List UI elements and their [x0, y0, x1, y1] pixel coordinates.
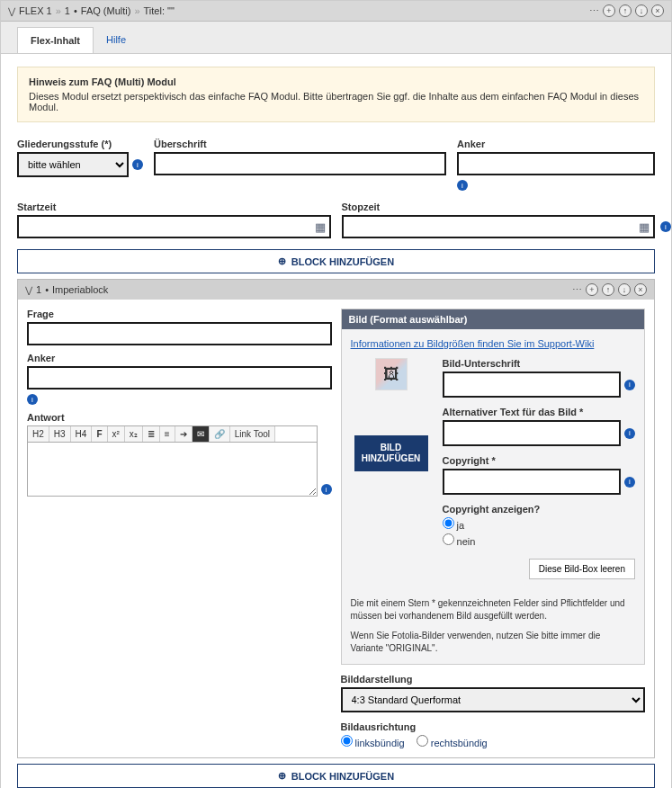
bild-alt-label: Alternativer Text für das Bild *: [443, 407, 636, 417]
ueberschrift-input[interactable]: [154, 152, 446, 175]
info-icon[interactable]: i: [27, 394, 38, 405]
bild-thumbnail: 🖼: [375, 358, 408, 390]
plus-icon: ⊕: [278, 770, 286, 782]
ueberschrift-label: Überschrift: [154, 139, 446, 149]
linktool-button[interactable]: Link Tool: [230, 426, 275, 442]
move-up-icon[interactable]: ↑: [602, 283, 614, 296]
notice-text: Dieses Modul ersetzt perspektivisch das …: [29, 91, 643, 112]
info-icon[interactable]: i: [624, 428, 635, 439]
qa-anker-input[interactable]: [27, 366, 332, 390]
subscript-button[interactable]: x₂: [125, 426, 143, 442]
h4-button[interactable]: H4: [71, 426, 93, 442]
info-icon[interactable]: i: [660, 221, 671, 232]
block-add-button-top[interactable]: ⊕ BLOCK HINZUFÜGEN: [17, 249, 655, 273]
bild-alt-input[interactable]: [443, 420, 622, 446]
ol-button[interactable]: ≡: [160, 426, 175, 442]
separator: »: [56, 5, 61, 16]
copyright-show-label: Copyright anzeigen?: [443, 504, 636, 515]
info-icon[interactable]: i: [321, 484, 332, 495]
imperiablock-panel: ⋁ 1 • Imperiablock ⋯ + ↑ ↓ × Frage: [17, 279, 655, 758]
move-up-icon[interactable]: ↑: [619, 4, 632, 17]
bullet: •: [45, 284, 49, 295]
header-flex: FLEX 1: [19, 5, 52, 16]
header-title: Titel: "": [144, 5, 175, 16]
bullet: •: [74, 5, 77, 16]
stopzeit-label: Stopzeit: [342, 201, 656, 212]
tab-hilfe[interactable]: Hilfe: [94, 27, 139, 53]
bild-header: Bild (Format auswählbar): [342, 309, 645, 329]
sub-index: 1: [36, 284, 41, 295]
panel-header: ⋁ FLEX 1 » 1 • FAQ (Multi) » Titel: "" ⋯…: [1, 1, 671, 22]
content-area: Hinweis zum FAQ (Multi) Modul Dieses Mod…: [1, 54, 671, 788]
block-add-label: BLOCK HINZUFÜGEN: [291, 771, 394, 782]
bild-unterschrift-input[interactable]: [443, 372, 622, 398]
bilddarstellung-select[interactable]: 4:3 Standard Querformat: [341, 687, 646, 712]
move-down-icon[interactable]: ↓: [618, 283, 631, 296]
bild-box: Bild (Format auswählbar) Informationen z…: [341, 309, 646, 665]
ul-button[interactable]: ≣: [143, 426, 160, 442]
bild-copyright-input[interactable]: [443, 469, 622, 495]
calendar-icon[interactable]: ▦: [639, 220, 650, 234]
more-icon[interactable]: ⋯: [589, 5, 599, 17]
bild-note2: Wenn Sie Fotolia-Bilder verwenden, nutze…: [351, 630, 636, 655]
collapse-icon[interactable]: ⋁: [25, 285, 32, 295]
add-icon[interactable]: +: [603, 4, 615, 17]
bild-copyright-label: Copyright *: [443, 455, 636, 466]
stopzeit-input[interactable]: [342, 215, 656, 238]
info-icon[interactable]: i: [132, 159, 143, 170]
bild-info-link[interactable]: Informationen zu Bildgrößen finden Sie i…: [351, 338, 595, 349]
frage-label: Frage: [27, 309, 332, 319]
h2-button[interactable]: H2: [28, 426, 49, 442]
startzeit-input[interactable]: [17, 215, 331, 238]
bild-note1: Die mit einem Stern * gekennzeichneten F…: [351, 597, 636, 622]
info-icon[interactable]: i: [457, 180, 468, 191]
bild-clear-button[interactable]: Diese Bild-Box leeren: [529, 559, 635, 579]
sub-name: Imperiablock: [52, 284, 108, 295]
info-icon[interactable]: i: [624, 380, 635, 390]
bild-unterschrift-label: Bild-Unterschrift: [443, 358, 636, 369]
block-add-label: BLOCK HINZUFÜGEN: [291, 256, 394, 267]
block-add-button-bottom[interactable]: ⊕ BLOCK HINZUFÜGEN: [17, 764, 655, 788]
frage-input[interactable]: [27, 322, 332, 345]
gliederung-select[interactable]: bitte wählen: [17, 152, 129, 177]
antwort-label: Antwort: [27, 412, 332, 423]
anker-label: Anker: [27, 353, 332, 363]
tabs: Flex-Inhalt Hilfe: [1, 22, 671, 54]
remove-icon[interactable]: ×: [651, 4, 664, 17]
move-down-icon[interactable]: ↓: [635, 4, 648, 17]
header-module: FAQ (Multi): [81, 5, 131, 16]
radio-ja[interactable]: ja: [443, 517, 627, 531]
bold-button[interactable]: F: [92, 426, 107, 442]
bilddarstellung-label: Bilddarstellung: [341, 674, 646, 685]
notice-box: Hinweis zum FAQ (Multi) Modul Dieses Mod…: [17, 67, 655, 122]
superscript-button[interactable]: x²: [108, 426, 125, 442]
sub-header: ⋁ 1 • Imperiablock ⋯ + ↑ ↓ ×: [18, 280, 654, 300]
header-index: 1: [65, 5, 70, 16]
info-icon[interactable]: i: [624, 477, 635, 488]
radio-links[interactable]: linksbündig: [341, 738, 405, 748]
separator: »: [134, 5, 139, 16]
flex-panel: ⋁ FLEX 1 » 1 • FAQ (Multi) » Titel: "" ⋯…: [0, 0, 672, 788]
anker-label: Anker: [457, 139, 655, 149]
gliederung-label: Gliederungsstufe (*): [17, 139, 143, 149]
plus-icon: ⊕: [278, 255, 286, 267]
mail-button[interactable]: ✉: [193, 426, 210, 442]
bildausrichtung-label: Bildausrichtung: [341, 721, 646, 732]
calendar-icon[interactable]: ▦: [315, 220, 326, 234]
notice-title: Hinweis zum FAQ (Multi) Modul: [29, 76, 643, 87]
remove-icon[interactable]: ×: [634, 283, 647, 296]
radio-nein[interactable]: nein: [443, 533, 627, 547]
h3-button[interactable]: H3: [49, 426, 71, 442]
rte-toolbar: H2 H3 H4 F x² x₂ ≣ ≡ ➔ ✉: [27, 425, 318, 443]
indent-button[interactable]: ➔: [175, 426, 193, 442]
link-button[interactable]: 🔗: [210, 426, 230, 442]
startzeit-label: Startzeit: [17, 201, 331, 212]
more-icon[interactable]: ⋯: [572, 284, 582, 296]
bild-add-button[interactable]: BILD HINZUFÜGEN: [354, 435, 428, 471]
add-icon[interactable]: +: [586, 283, 598, 296]
antwort-textarea[interactable]: [27, 443, 318, 497]
collapse-icon[interactable]: ⋁: [8, 6, 15, 16]
tab-flex-inhalt[interactable]: Flex-Inhalt: [17, 27, 94, 53]
radio-rechts[interactable]: rechtsbündig: [417, 738, 488, 748]
anker-input[interactable]: [457, 152, 655, 175]
